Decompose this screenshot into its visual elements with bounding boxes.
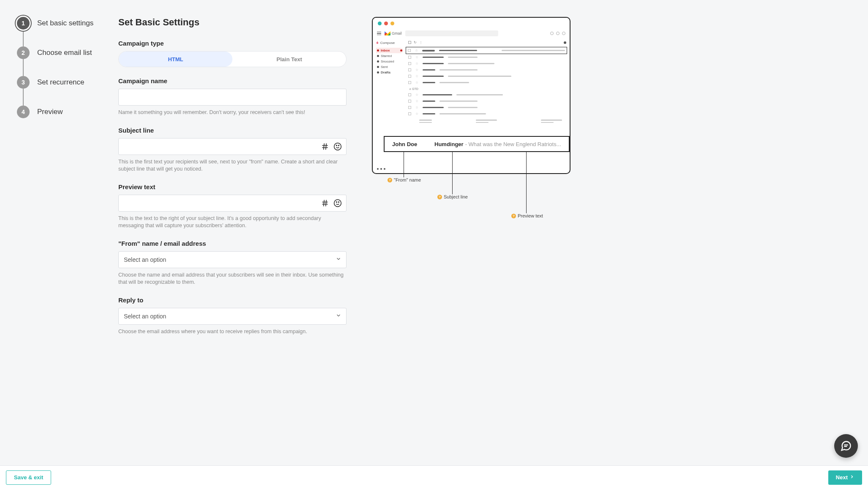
svg-point-11 (334, 199, 341, 206)
gmail-search-placeholder (405, 30, 498, 36)
svg-point-12 (336, 201, 337, 202)
svg-line-9 (324, 200, 325, 206)
subject-line-input[interactable] (118, 138, 347, 155)
svg-point-6 (338, 145, 339, 146)
info-badge-icon: ? (388, 178, 392, 182)
step-2[interactable]: 2 Choose email list (17, 46, 118, 76)
save-exit-button[interactable]: Save & exit (6, 470, 51, 485)
callout-from: ?"From" name (388, 177, 421, 182)
gmail-logo: Gmail (385, 31, 402, 35)
stepper: 1 Set basic settings 2 Choose email list… (17, 17, 118, 448)
preview-illustration: Gmail +Compose Inbox Starred Snoozed Sen… (347, 17, 855, 448)
step-3-label: Set recurrence (37, 78, 85, 87)
svg-line-10 (326, 200, 327, 206)
gmail-list-toolbar: ↻⋮ (407, 40, 566, 47)
campaign-type-label: Campaign type (118, 40, 347, 47)
svg-point-5 (336, 145, 337, 146)
page-title: Set Basic Settings (118, 17, 347, 28)
field-campaign-type: Campaign type HTML Plain Text (118, 40, 347, 67)
window-traffic-lights (373, 18, 570, 29)
mail-row: ☆ (407, 92, 566, 98)
reply-to-select[interactable]: Select an option (118, 308, 347, 325)
popout-preview: - What was the New Englend Ratriots... (465, 141, 561, 147)
gmail-m-icon (385, 31, 390, 35)
email-popout: John Doe Humdinger - What was the New En… (384, 136, 570, 152)
reply-to-help: Choose the email address where you want … (118, 328, 347, 336)
gmail-header: Gmail (373, 29, 570, 38)
mail-row: ☆ (407, 79, 566, 86)
sidebar-inbox: Inbox (376, 48, 403, 53)
connector-line (404, 152, 404, 177)
campaign-type-html[interactable]: HTML (119, 52, 232, 67)
field-campaign-name: Campaign name Name it something you will… (118, 77, 347, 117)
gmail-header-actions (550, 32, 565, 35)
refresh-icon: ↻ (414, 41, 417, 44)
from-label: "From" name / email address (118, 240, 347, 247)
callout-preview: ?Preview text (511, 213, 543, 218)
hamburger-icon (377, 32, 381, 35)
sidebar-snoozed: Snoozed (376, 59, 403, 64)
next-button-label: Next (836, 474, 848, 481)
preview-text-input[interactable] (118, 195, 347, 212)
field-preview-text: Preview text This is the text to the rig… (118, 183, 347, 230)
svg-point-4 (334, 143, 341, 150)
step-2-number: 2 (17, 46, 30, 59)
step-1[interactable]: 1 Set basic settings (17, 17, 118, 46)
from-select[interactable]: Select an option (118, 251, 347, 268)
field-from: "From" name / email address Select an op… (118, 240, 347, 286)
gmail-footer-placeholder (407, 117, 566, 125)
mail-row: ☆ (407, 60, 566, 67)
compose-button: +Compose (376, 41, 403, 45)
emoji-icon[interactable] (333, 142, 342, 151)
svg-line-2 (324, 143, 325, 149)
step-4[interactable]: 4 Preview (17, 106, 118, 118)
more-icon: ⋮ (419, 41, 423, 44)
step-1-number: 1 (17, 17, 30, 30)
step-4-number: 4 (17, 106, 30, 118)
info-badge-icon: ? (437, 195, 442, 199)
step-1-label: Set basic settings (37, 19, 93, 27)
step-3[interactable]: 3 Set recurrence (17, 76, 118, 106)
traffic-dot-icon (378, 22, 382, 25)
connector-line (452, 152, 453, 194)
sidebar-starred: Starred (376, 53, 403, 59)
emoji-icon[interactable] (333, 198, 342, 208)
campaign-name-input[interactable] (118, 89, 347, 106)
sidebar-sent: Sent (376, 64, 403, 70)
footer-bar: Save & exit Next (0, 465, 868, 489)
hash-icon[interactable] (320, 142, 330, 151)
next-button[interactable]: Next (828, 470, 862, 485)
step-3-number: 3 (17, 76, 30, 89)
subject-line-label: Subject line (118, 127, 347, 134)
chevron-right-icon (849, 474, 854, 481)
preview-text-label: Preview text (118, 183, 347, 190)
popout-from: John Doe (392, 141, 434, 147)
from-help: Choose the name and email address that y… (118, 272, 347, 286)
callout-subject: ?Subject line (437, 194, 468, 199)
chat-fab[interactable] (834, 434, 858, 458)
mail-row: ☆ (407, 104, 566, 111)
popout-subject: Humdinger (434, 141, 464, 147)
gtd-label: ∧ GTD (407, 86, 566, 92)
chat-icon (840, 440, 852, 452)
traffic-dot-icon (384, 22, 388, 25)
info-badge-icon: ? (511, 214, 516, 218)
campaign-type-plain[interactable]: Plain Text (232, 52, 346, 67)
preview-text-help: This is the text to the right of your su… (118, 215, 347, 230)
field-subject-line: Subject line This is the first text your… (118, 127, 347, 173)
mail-row: ☆ (407, 73, 566, 79)
gmail-brand: Gmail (392, 31, 402, 35)
mail-row: ☆ (406, 47, 567, 54)
campaign-name-label: Campaign name (118, 77, 347, 84)
hash-icon[interactable] (320, 198, 330, 208)
step-4-label: Preview (37, 108, 63, 116)
field-reply-to: Reply to Select an option Choose the ema… (118, 296, 347, 336)
mail-row: ☆ (407, 111, 566, 117)
plus-icon: + (376, 41, 379, 45)
campaign-type-toggle: HTML Plain Text (118, 51, 347, 67)
svg-line-3 (326, 143, 327, 149)
mail-row: ☆ (407, 67, 566, 73)
form-area: Set Basic Settings Campaign type HTML Pl… (118, 17, 347, 448)
checkbox-icon (408, 41, 411, 44)
mail-row: ☆ (407, 98, 566, 104)
